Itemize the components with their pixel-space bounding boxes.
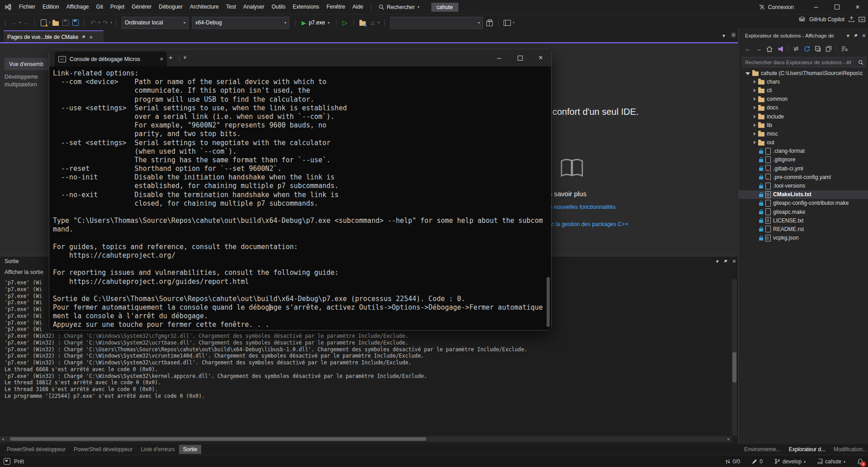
terminal-title-bar[interactable]: C:\ Console de débogage Micros × + ∨ ─ ×: [49, 49, 551, 66]
tab-modifications-git[interactable]: Modification...: [830, 445, 868, 454]
horizontal-scrollbar[interactable]: ◂ ▸: [0, 436, 731, 442]
tree-item-misc[interactable]: misc: [739, 129, 868, 138]
notifications-button[interactable]: 1: [857, 458, 863, 465]
feedback-icon[interactable]: [4, 458, 10, 465]
tree-item-cahute-root[interactable]: cahute (C:\Users\Thomas\Source\Repos\c: [739, 69, 868, 77]
window-layout-dropdown-icon[interactable]: ▾: [513, 21, 514, 24]
tab-explorateur-solutions[interactable]: Explorateur d...: [785, 445, 830, 454]
tree-item-chars[interactable]: chars: [739, 77, 868, 86]
tab-liste-erreurs[interactable]: Liste d'erreurs: [137, 445, 179, 454]
close-icon[interactable]: ×: [89, 34, 93, 41]
active-project-badge[interactable]: cahute: [431, 3, 458, 12]
tab-powershell-developpeur-2[interactable]: PowerShell développeur: [70, 445, 137, 454]
chevron-down-icon[interactable]: ▾: [716, 258, 719, 264]
terminal-minimize-button[interactable]: ─: [489, 49, 509, 66]
redo-dropdown-icon[interactable]: ▾: [110, 21, 112, 24]
terminal-dropdown-button[interactable]: ∨: [183, 54, 187, 60]
gear-icon[interactable]: [731, 32, 736, 38]
find-in-files-button[interactable]: [358, 17, 368, 28]
menu-deboguer[interactable]: Déboguer: [155, 0, 186, 14]
menu-affichage[interactable]: Affichage: [63, 0, 93, 14]
collapsed-icon[interactable]: [754, 132, 756, 136]
collapsed-icon[interactable]: [754, 89, 756, 92]
tree-item-giteapc-make[interactable]: giteapc.make: [739, 208, 868, 216]
menu-aide[interactable]: Aide: [349, 0, 367, 14]
solution-explorer-search-input[interactable]: Rechercher dans Explorateur de solutions…: [742, 57, 866, 67]
start-debugging-button[interactable]: ▶ p7.exe ▾: [299, 17, 332, 28]
debug-target-combobox[interactable]: Ordinateur local ▾: [122, 17, 189, 29]
undo-button[interactable]: ↶: [88, 17, 98, 28]
vertical-scrollbar-thumb[interactable]: [732, 352, 736, 382]
menu-extensions[interactable]: Extensions: [289, 0, 323, 14]
github-copilot-label[interactable]: GitHub Copilot: [809, 16, 844, 23]
terminal-close-button[interactable]: ×: [530, 49, 551, 66]
tab-sortie[interactable]: Sortie: [179, 445, 201, 454]
tree-item-lib[interactable]: lib: [739, 121, 868, 129]
new-project-button[interactable]: [38, 17, 48, 28]
configuration-combobox[interactable]: x64-Debug ▾: [192, 17, 289, 29]
pin-icon[interactable]: [723, 259, 728, 264]
forward-button[interactable]: →: [754, 44, 763, 53]
menu-fichier[interactable]: Fichier: [15, 0, 39, 14]
search-menu-button[interactable]: Rechercher ▾: [375, 0, 423, 14]
startup-item-button[interactable]: ⌂: [368, 17, 377, 28]
menu-test[interactable]: Test: [222, 0, 240, 14]
navigate-forward-button[interactable]: →: [21, 17, 31, 28]
empty-combobox[interactable]: ▾: [390, 17, 483, 29]
account-window-icon[interactable]: [859, 16, 865, 23]
tree-item-pre-commit-config[interactable]: .pre-commit-config.yaml: [739, 173, 868, 181]
vertical-scrollbar[interactable]: [732, 279, 737, 436]
startup-item-dropdown-icon[interactable]: ▾: [378, 21, 380, 24]
menu-git[interactable]: Git: [93, 0, 107, 14]
share-icon[interactable]: [848, 16, 855, 23]
terminal-output[interactable]: Link-related options: --com <device> Pat…: [49, 66, 551, 330]
tree-item-cli[interactable]: cli: [739, 86, 868, 94]
collapsed-icon[interactable]: [754, 141, 756, 144]
git-sync-status[interactable]: 0/0: [725, 458, 741, 465]
pending-edits-status[interactable]: 0: [752, 458, 763, 465]
pin-icon[interactable]: [81, 35, 86, 39]
collapsed-icon[interactable]: [754, 97, 756, 101]
collapse-all-icon[interactable]: [813, 44, 822, 53]
gift-button[interactable]: [485, 17, 495, 28]
learn-more-fragment[interactable]: n savoir plus: [548, 190, 586, 198]
menu-architecture[interactable]: Architecture: [186, 0, 222, 14]
collapsed-icon[interactable]: [754, 80, 756, 84]
window-close-button[interactable]: ×: [847, 0, 868, 14]
tree-item-gitignore[interactable]: .gitignore: [739, 156, 868, 164]
pin-icon[interactable]: [854, 33, 858, 38]
tree-item-giteapc-config-contributor[interactable]: giteapc-config-contributor.make: [739, 199, 868, 208]
refresh-icon[interactable]: [802, 44, 811, 53]
tree-item-gitlab-ci[interactable]: .gitlab-ci.yml: [739, 164, 868, 173]
tree-item-cmakelists[interactable]: CMakeLists.txt: [739, 190, 868, 199]
pending-changes-filter-icon[interactable]: [840, 44, 849, 53]
terminal-maximize-button[interactable]: [509, 49, 530, 66]
tab-cmake-overview-pages[interactable]: Pages de vue...ble de CMake ×: [4, 30, 104, 43]
horizontal-scrollbar-thumb[interactable]: [10, 437, 426, 441]
git-repo-status[interactable]: cahute ▴: [817, 458, 845, 465]
menu-fenetre[interactable]: Fenêtre: [323, 0, 349, 14]
menu-edition[interactable]: Edition: [39, 0, 63, 14]
menu-generer[interactable]: Générer: [128, 0, 155, 14]
toolbar-grip[interactable]: ┆: [383, 19, 387, 26]
tree-item-include[interactable]: include: [739, 112, 868, 121]
close-icon[interactable]: ×: [160, 56, 163, 62]
switch-views-icon[interactable]: [776, 44, 785, 53]
chevron-down-icon[interactable]: ▾: [847, 33, 849, 39]
open-folder-button[interactable]: [51, 17, 61, 28]
save-button[interactable]: [61, 17, 71, 28]
tree-item-vcpkg-json[interactable]: vcpkg.json: [739, 234, 868, 242]
collapsed-icon[interactable]: [754, 106, 756, 109]
start-without-debugging-button[interactable]: ▷: [340, 17, 350, 28]
terminal-tab[interactable]: C:\ Console de débogage Micros ×: [55, 52, 167, 66]
tree-item-readme[interactable]: README.rst: [739, 225, 868, 233]
scroll-right-icon[interactable]: ▸: [727, 436, 730, 442]
toolbar-grip[interactable]: ┆: [4, 19, 7, 26]
solution-explorer-header[interactable]: Explorateur de solutions - Affichage de.…: [739, 30, 868, 42]
home-icon[interactable]: [765, 44, 774, 53]
terminal-scrollbar-thumb[interactable]: [547, 277, 550, 327]
expanded-icon[interactable]: [745, 72, 750, 75]
menu-outils[interactable]: Outils: [268, 0, 289, 14]
tab-environnement[interactable]: Environneme...: [740, 445, 785, 454]
tree-item-common[interactable]: common: [739, 95, 868, 104]
